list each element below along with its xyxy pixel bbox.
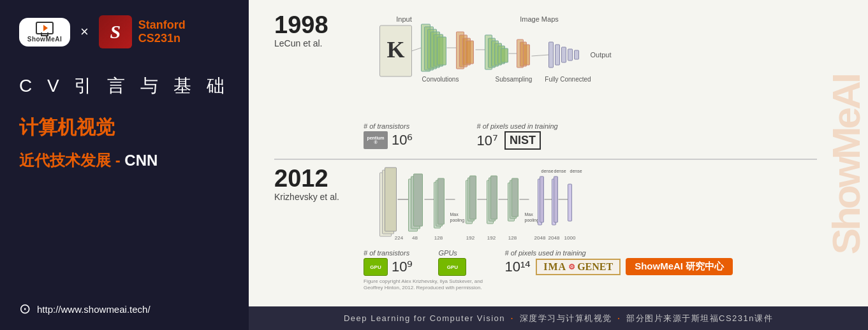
svg-text:192: 192 bbox=[487, 235, 496, 241]
gpus-icon: GPU bbox=[438, 258, 466, 276]
transistors-stat-2012: # of transistors GPU 10⁹ bbox=[364, 249, 413, 276]
monitor-icon-row bbox=[36, 22, 54, 34]
copyright-text: Figure copyright Alex Krizhevsky, Ilya S… bbox=[364, 278, 483, 291]
svg-text:Max: Max bbox=[450, 212, 459, 217]
lesson-title-cnn: CNN bbox=[124, 152, 158, 169]
lesson-title: 近代技术发展 - CNN bbox=[19, 150, 230, 170]
author-1998: LeCun et al. bbox=[274, 38, 351, 48]
showmeai-logo-text: ShowMeAI bbox=[27, 36, 63, 43]
year-1998: 1998 bbox=[274, 13, 351, 37]
brand-badge-label: ShowMeAI 研究中心 bbox=[635, 261, 724, 271]
svg-text:128: 128 bbox=[508, 235, 517, 241]
svg-text:192: 192 bbox=[466, 235, 475, 241]
network-diagram-1998-svg: Input Image Maps K bbox=[364, 13, 817, 121]
imagenet-graphic: ⚙ bbox=[568, 262, 575, 271]
svg-text:Max: Max bbox=[525, 212, 534, 217]
pixels-label-2012: # of pixels used in training bbox=[504, 249, 733, 257]
svg-text:2048: 2048 bbox=[548, 235, 560, 241]
gpus-icon-label: GPU bbox=[447, 264, 458, 270]
svg-line-26 bbox=[412, 48, 422, 51]
svg-rect-37 bbox=[414, 174, 423, 226]
network-diagram-2012-svg: 224 48 128 Max pooling bbox=[364, 166, 817, 249]
website-link[interactable]: http://www.showmeai.tech/ bbox=[37, 304, 151, 315]
svg-line-30 bbox=[532, 55, 549, 56]
diagram-1998-wrapper: Input Image Maps K bbox=[364, 13, 817, 150]
svg-rect-70 bbox=[554, 176, 558, 222]
svg-rect-20 bbox=[524, 45, 530, 65]
svg-rect-55 bbox=[491, 176, 497, 219]
imagenet-badge: IMA ⚙ GENET bbox=[536, 259, 621, 275]
year-2012: 2012 bbox=[274, 166, 351, 190]
svg-rect-23 bbox=[562, 47, 566, 62]
pixels-label-1998: # of pixels used in training bbox=[476, 122, 557, 130]
svg-rect-43 bbox=[438, 178, 445, 224]
course-title: 计算机视觉 bbox=[19, 116, 230, 139]
svg-text:dense: dense bbox=[541, 169, 554, 173]
footer-dot1: · bbox=[510, 312, 515, 325]
sidebar: ShowMeAI × S Stanford CS231n C V 引 言 与 基… bbox=[0, 0, 249, 330]
lesson-title-dash: - bbox=[111, 152, 124, 169]
pixels-stat-2012: # of pixels used in training 10¹⁴ IMA ⚙ … bbox=[504, 249, 733, 275]
svg-text:pooling: pooling bbox=[450, 218, 465, 223]
pixels-value-row-2012: 10¹⁴ IMA ⚙ GENET ShowMeAI 研究中心 bbox=[504, 258, 733, 275]
transistors-stat-1998: # of transistors pentium® 10⁶ bbox=[364, 122, 413, 149]
svg-rect-7 bbox=[438, 37, 446, 65]
section-1998: 1998 LeCun et al. Input Image Maps K bbox=[274, 6, 817, 160]
gpus-label-2012: GPUs bbox=[438, 249, 466, 257]
svg-rect-21 bbox=[549, 42, 554, 68]
year-block-2012: 2012 Krizhevsky et al. bbox=[274, 166, 351, 202]
monitor-icon bbox=[36, 22, 54, 34]
svg-rect-33 bbox=[385, 168, 397, 231]
website-row: ⊙ http://www.showmeai.tech/ bbox=[19, 301, 230, 317]
logo-row: ShowMeAI × S Stanford CS231n bbox=[19, 15, 230, 48]
transistors-value-2012: 10⁹ bbox=[392, 259, 413, 275]
gpu-label: GPU bbox=[370, 264, 381, 270]
nist-badge: NIST bbox=[504, 131, 541, 150]
svg-text:48: 48 bbox=[412, 235, 418, 241]
svg-text:dense: dense bbox=[570, 169, 582, 173]
transistors-value-1998: 10⁶ bbox=[392, 132, 413, 148]
stats-row-2012: # of transistors GPU 10⁹ GPUs GPU bbox=[364, 249, 817, 276]
svg-rect-25 bbox=[575, 50, 579, 59]
fc-label: Fully Connected bbox=[545, 76, 591, 83]
main-content: ShowMeAI 1998 LeCun et al. Input Image M… bbox=[249, 0, 868, 330]
footer-text2: 深度学习与计算机视觉 bbox=[520, 313, 612, 324]
stanford-line1: Stanford bbox=[138, 18, 186, 32]
gpu-icon: GPU bbox=[364, 258, 388, 276]
output-label: Output bbox=[591, 51, 612, 59]
pixels-stat-1998: # of pixels used in training 10⁷ NIST bbox=[476, 122, 557, 150]
image-maps-label: Image Maps bbox=[520, 15, 559, 23]
showmeai-logo: ShowMeAI bbox=[19, 18, 70, 47]
footer-text1: Deep Learning for Computer Vision bbox=[344, 313, 505, 323]
pixels-value-2012: 10¹⁴ bbox=[504, 259, 531, 275]
stanford-text: Stanford CS231n bbox=[138, 18, 186, 45]
transistors-value-row-1998: pentium® 10⁶ bbox=[364, 131, 413, 149]
convolutions-label: Convolutions bbox=[422, 76, 459, 83]
play-icon bbox=[43, 25, 48, 31]
year-block-1998: 1998 LeCun et al. bbox=[274, 13, 351, 48]
svg-text:pooling: pooling bbox=[525, 218, 540, 223]
gpus-stat-2012: GPUs GPU bbox=[438, 249, 466, 276]
svg-text:2048: 2048 bbox=[534, 235, 546, 241]
pixels-value-1998: 10⁷ bbox=[476, 133, 497, 149]
footer-text3: 部分图片来源于斯坦福CS231n课件 bbox=[626, 313, 773, 324]
subsampling-label: Subsampling bbox=[496, 76, 533, 83]
pixels-value-row-1998: 10⁷ NIST bbox=[476, 131, 557, 150]
showmeai-brand-badge: ShowMeAI 研究中心 bbox=[626, 258, 733, 275]
imagenet-text: IMA bbox=[543, 261, 566, 273]
copyright-note: Figure copyright Alex Krizhevsky, Ilya S… bbox=[364, 278, 491, 292]
svg-rect-60 bbox=[512, 178, 519, 217]
svg-rect-75 bbox=[568, 184, 572, 221]
x-divider: × bbox=[80, 24, 89, 40]
svg-text:128: 128 bbox=[434, 235, 443, 241]
stats-row-1998: # of transistors pentium® 10⁶ # of pixel… bbox=[364, 122, 817, 150]
transistors-value-row-2012: GPU 10⁹ bbox=[364, 258, 413, 276]
content-area: 1998 LeCun et al. Input Image Maps K bbox=[249, 0, 868, 306]
pentium-chip-icon: pentium® bbox=[364, 131, 388, 149]
svg-rect-24 bbox=[568, 49, 573, 61]
transistors-label-2012: # of transistors bbox=[364, 249, 413, 257]
pentium-label: pentium® bbox=[367, 136, 384, 145]
stanford-line2: CS231n bbox=[138, 32, 186, 45]
lesson-title-part1: 近代技术发展 bbox=[19, 152, 111, 169]
svg-rect-22 bbox=[555, 45, 560, 65]
